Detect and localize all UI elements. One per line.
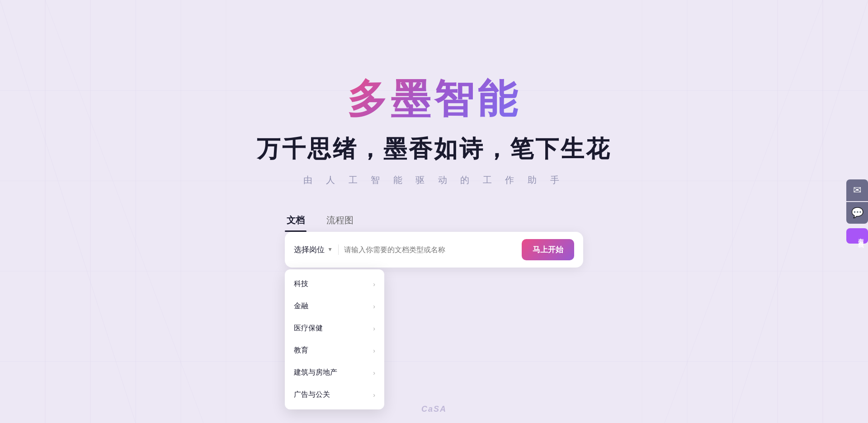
chevron-right-icon: ›: [373, 391, 375, 399]
chevron-right-icon: ›: [373, 325, 375, 332]
main-title: 多墨智能: [347, 72, 521, 126]
email-button[interactable]: ✉: [846, 179, 868, 201]
search-container: 选择岗位 ▲ 马上开始 科技 › 金融 › 医疗保健 › 教育 ›: [285, 232, 583, 268]
description: 由 人 工 智 能 驱 动 的 工 作 助 手: [303, 174, 564, 186]
wechat-icon: 💬: [851, 207, 863, 219]
dropdown-item-advertising[interactable]: 广告与公关 ›: [285, 384, 384, 406]
watermark: CaSA: [421, 404, 447, 414]
chevron-right-icon: ›: [373, 281, 375, 288]
dropdown-item-label: 金融: [294, 301, 308, 311]
sub-title: 万千思绪，墨香如诗，笔下生花: [257, 133, 611, 165]
start-button[interactable]: 马上开始: [522, 239, 574, 260]
position-dropdown: 科技 › 金融 › 医疗保健 › 教育 › 建筑与房地产 › 广告与公关 ›: [285, 269, 384, 409]
dropdown-item-label: 科技: [294, 279, 308, 289]
dropdown-item-finance[interactable]: 金融 ›: [285, 295, 384, 317]
contact-button[interactable]: 有需求点我: [846, 228, 868, 244]
position-selector[interactable]: 选择岗位 ▲: [294, 244, 339, 255]
tab-document[interactable]: 文档: [285, 209, 307, 232]
email-icon: ✉: [853, 184, 861, 196]
dropdown-item-construction[interactable]: 建筑与房地产 ›: [285, 362, 384, 384]
chevron-right-icon: ›: [373, 303, 375, 310]
chevron-right-icon: ›: [373, 347, 375, 354]
dropdown-item-label: 教育: [294, 346, 308, 355]
wechat-button[interactable]: 💬: [846, 202, 868, 224]
tab-flowchart[interactable]: 流程图: [325, 209, 355, 232]
chevron-up-icon: ▲: [327, 247, 333, 253]
main-content: 多墨智能 万千思绪，墨香如诗，笔下生花 由 人 工 智 能 驱 动 的 工 作 …: [0, 0, 868, 268]
dropdown-item-education[interactable]: 教育 ›: [285, 339, 384, 362]
dropdown-item-label: 建筑与房地产: [294, 368, 337, 377]
dropdown-item-healthcare[interactable]: 医疗保健 ›: [285, 317, 384, 339]
dropdown-item-tech[interactable]: 科技 ›: [285, 273, 384, 295]
tab-bar: 文档 流程图: [285, 209, 355, 232]
dropdown-item-label: 医疗保健: [294, 324, 323, 333]
search-row: 选择岗位 ▲ 马上开始: [285, 232, 583, 268]
chevron-right-icon: ›: [373, 369, 375, 376]
dropdown-item-label: 广告与公关: [294, 390, 330, 400]
contact-label: 有需求点我: [858, 234, 864, 238]
position-label: 选择岗位: [294, 244, 325, 255]
search-input[interactable]: [344, 246, 516, 254]
float-buttons: ✉ 💬 有需求点我: [846, 179, 868, 244]
